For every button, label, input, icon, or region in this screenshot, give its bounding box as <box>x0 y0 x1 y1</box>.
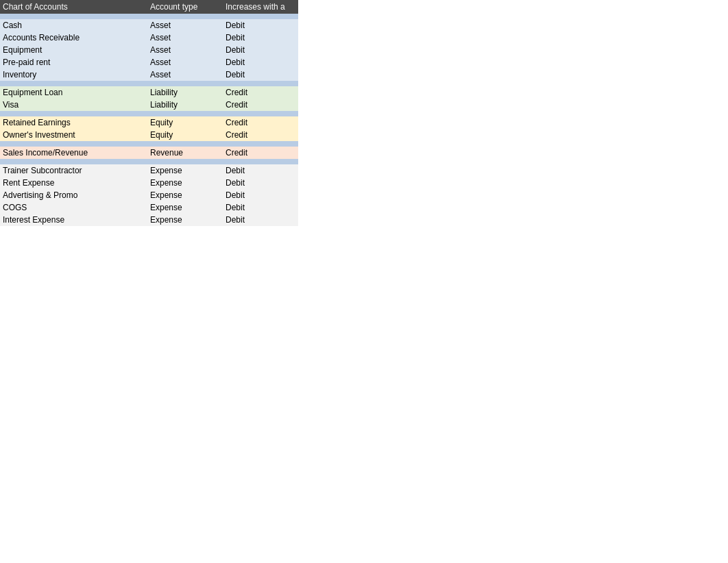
cell-increases: Debit <box>223 189 298 201</box>
cell-account: Owner's Investment <box>0 129 147 141</box>
table-row: InventoryAssetDebit <box>0 68 298 81</box>
cell-type: Liability <box>147 86 223 99</box>
table-row <box>0 141 298 147</box>
cell-type: Expense <box>147 189 223 201</box>
table-row <box>0 159 298 164</box>
table-row: Accounts ReceivableAssetDebit <box>0 32 298 44</box>
cell-type: Expense <box>147 177 223 189</box>
cell-increases: Debit <box>223 214 298 226</box>
cell-increases: Credit <box>223 86 298 99</box>
cell-account: COGS <box>0 201 147 214</box>
cell-increases: Debit <box>223 201 298 214</box>
cell-increases: Credit <box>223 99 298 111</box>
cell-account: Accounts Receivable <box>0 32 147 44</box>
table-row: Rent ExpenseExpenseDebit <box>0 177 298 189</box>
cell-type: Equity <box>147 129 223 141</box>
table-row: CashAssetDebit <box>0 19 298 32</box>
chart-of-accounts-container: Chart of Accounts Account type Increases… <box>0 0 298 226</box>
cell-type: Asset <box>147 44 223 56</box>
cell-increases: Debit <box>223 32 298 44</box>
header-account: Chart of Accounts <box>0 0 147 14</box>
cell-account: Advertising & Promo <box>0 189 147 201</box>
cell-type: Asset <box>147 56 223 68</box>
cell-increases: Debit <box>223 68 298 81</box>
cell-increases: Debit <box>223 164 298 177</box>
cell-account: Retained Earnings <box>0 116 147 129</box>
cell-increases: Debit <box>223 177 298 189</box>
cell-type: Liability <box>147 99 223 111</box>
table-row: Equipment LoanLiabilityCredit <box>0 86 298 99</box>
table-row: COGSExpenseDebit <box>0 201 298 214</box>
table-header-row: Chart of Accounts Account type Increases… <box>0 0 298 14</box>
table-row <box>0 14 298 19</box>
cell-type: Asset <box>147 32 223 44</box>
cell-increases: Credit <box>223 147 298 159</box>
cell-account: Trainer Subcontractor <box>0 164 147 177</box>
header-type: Account type <box>147 0 223 14</box>
cell-account: Rent Expense <box>0 177 147 189</box>
cell-type: Asset <box>147 68 223 81</box>
cell-type: Expense <box>147 164 223 177</box>
table-row: Sales Income/RevenueRevenueCredit <box>0 147 298 159</box>
table-row: Interest ExpenseExpenseDebit <box>0 214 298 226</box>
chart-of-accounts-table: Chart of Accounts Account type Increases… <box>0 0 298 226</box>
cell-type: Expense <box>147 214 223 226</box>
header-increases: Increases with a <box>223 0 298 14</box>
cell-type: Equity <box>147 116 223 129</box>
cell-account: Equipment <box>0 44 147 56</box>
cell-account: Equipment Loan <box>0 86 147 99</box>
table-row: VisaLiabilityCredit <box>0 99 298 111</box>
cell-increases: Credit <box>223 129 298 141</box>
table-row: Advertising & PromoExpenseDebit <box>0 189 298 201</box>
cell-account: Interest Expense <box>0 214 147 226</box>
table-row <box>0 81 298 86</box>
cell-account: Pre-paid rent <box>0 56 147 68</box>
cell-account: Cash <box>0 19 147 32</box>
cell-type: Expense <box>147 201 223 214</box>
table-row: Owner's InvestmentEquityCredit <box>0 129 298 141</box>
cell-increases: Debit <box>223 44 298 56</box>
table-row <box>0 111 298 116</box>
cell-increases: Debit <box>223 19 298 32</box>
table-row: Retained EarningsEquityCredit <box>0 116 298 129</box>
cell-type: Asset <box>147 19 223 32</box>
cell-type: Revenue <box>147 147 223 159</box>
cell-account: Inventory <box>0 68 147 81</box>
cell-account: Visa <box>0 99 147 111</box>
table-row: Trainer SubcontractorExpenseDebit <box>0 164 298 177</box>
cell-increases: Debit <box>223 56 298 68</box>
table-row: EquipmentAssetDebit <box>0 44 298 56</box>
cell-increases: Credit <box>223 116 298 129</box>
cell-account: Sales Income/Revenue <box>0 147 147 159</box>
table-row: Pre-paid rentAssetDebit <box>0 56 298 68</box>
